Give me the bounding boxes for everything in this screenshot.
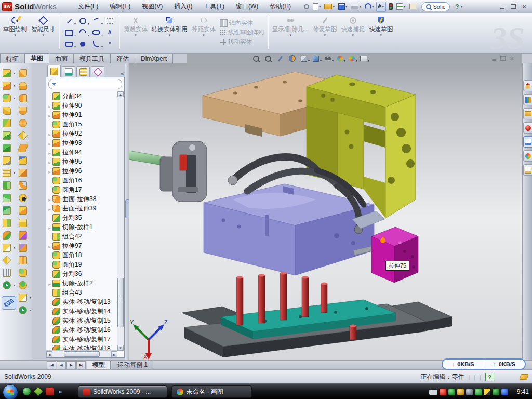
command-button[interactable]: 修复草图 ▾ [311,14,339,51]
smart-fastener[interactable] [2,243,15,252]
propertymanager-tab[interactable] [62,66,75,77]
home[interactable] [523,80,532,91]
menu-item[interactable]: 文件(F) [73,1,103,12]
swept-boss[interactable] [2,106,15,115]
view-settings[interactable] [358,54,369,63]
feature-tree-item[interactable]: 拉伸90 [47,101,117,110]
dimxpertmanager-tab[interactable] [91,66,104,77]
command-button[interactable]: 草图绘制 ▾ [1,14,29,51]
extend-surface[interactable] [18,231,31,240]
delete-face[interactable] [18,193,31,203]
scroll-down-icon[interactable]: ▼ [117,345,124,351]
graphics-area[interactable]: Y Z X 拉伸75 [129,63,522,360]
command-row[interactable]: 线性草图阵列 [220,29,264,36]
sk-select-rect[interactable] [103,16,116,27]
select-button[interactable]: ▾ [376,2,386,12]
surface-sweep[interactable] [18,156,31,165]
pin-button[interactable] [303,2,310,11]
panel-more-button[interactable]: » [121,71,124,77]
sk-circle[interactable] [76,16,89,27]
save-button[interactable]: ▾ [337,2,349,11]
update-badge[interactable] [457,389,464,395]
command-button[interactable]: 剪裁实体 ▾ [122,14,150,51]
feature-tree-item[interactable]: 分割35 [47,213,117,222]
measure-button[interactable] [2,296,16,310]
command-tab[interactable]: DimXpert [135,54,173,63]
comment-button[interactable] [408,2,417,11]
expand-arrow-icon[interactable] [47,148,52,157]
spiral[interactable] [18,305,31,315]
model-tab[interactable]: 模型 [87,361,111,370]
command-button[interactable]: 智能尺寸 ▾ [29,14,57,51]
expand-arrow-icon[interactable] [47,129,52,138]
fillet[interactable] [2,94,15,103]
restore-button[interactable] [509,3,518,10]
feature-tree-item[interactable]: 分割34 [47,91,117,101]
sk-text[interactable]: A [103,27,116,38]
expand-arrow-icon[interactable] [47,241,52,250]
sk-slot[interactable] [62,38,76,50]
wrap[interactable] [2,156,15,165]
antivirus[interactable] [440,389,446,395]
expand-arrow-icon[interactable] [47,278,52,288]
command-row[interactable]: 镜向实体 [220,19,264,27]
command-tab[interactable]: 特征 [0,54,25,63]
draft[interactable] [2,143,15,153]
feature-tree-item[interactable]: 圆角19 [47,260,117,269]
zoom-selected[interactable] [275,54,285,63]
quick-launch-expand[interactable]: » [58,388,62,395]
sweep-surface[interactable] [18,94,31,103]
feature-tree-item[interactable]: 分割36 [47,269,117,278]
zoom-fit[interactable] [251,54,261,63]
sk-line[interactable] [62,16,76,27]
trim-surface[interactable] [18,243,31,252]
doc-close-button[interactable]: × [510,55,514,62]
feature-tree-item[interactable]: 实体-移动/复制17 [47,335,117,344]
sk-arc[interactable] [76,27,89,38]
linear-pattern[interactable] [2,168,15,178]
feature-tree-item[interactable]: 实体-移动/复制14 [47,307,117,316]
command-tab[interactable]: 模具工具 [73,54,111,63]
tree-filter-input[interactable] [48,79,122,89]
doc-restore-button[interactable] [500,55,506,62]
menu-item[interactable]: 插入(I) [169,1,197,12]
tree-vertical-scrollbar[interactable]: ▲ ▼ [117,91,124,351]
taskbar-task[interactable]: SolidWorks 2009 - ... [78,385,167,398]
elbow[interactable] [18,181,31,190]
surface-fillet[interactable] [18,268,31,277]
alert[interactable] [484,389,490,395]
search-input[interactable]: Solic [433,4,446,10]
status-help-button[interactable]: ? [485,373,494,381]
close-button[interactable]: × [520,3,529,10]
thicken[interactable] [18,168,31,178]
sk-fillet[interactable] [89,38,103,50]
rib[interactable] [2,181,15,190]
feature-tree-item[interactable]: 实体-移动/复制15 [47,316,117,325]
feature-tree-item[interactable]: 拉伸93 [47,138,117,148]
command-tab[interactable]: 评估 [110,54,135,63]
move-copy-body[interactable] [2,231,15,240]
feature-tree-item[interactable]: 圆角17 [47,185,117,194]
command-button[interactable]: 快速捕捉 ▾ [339,14,367,51]
feature-tree-item[interactable]: 切除-放样1 [47,222,117,232]
boundary-boss[interactable] [2,131,15,140]
scroll-up-icon[interactable]: ▲ [117,91,124,97]
scroll-left-icon[interactable]: ◀ [46,351,52,357]
expand-arrow-icon[interactable] [47,222,52,232]
menu-item[interactable]: 编辑(E) [105,1,135,12]
featuremanager-tab[interactable] [47,65,61,77]
open-file-button[interactable]: ▾ [323,2,336,11]
expand-arrow-icon[interactable] [47,204,52,213]
section-view[interactable] [287,54,297,63]
command-tab[interactable]: 草图 [24,53,49,63]
feature-tree-item[interactable]: 拉伸95 [47,157,117,166]
feature-tree-item[interactable]: 拉伸91 [47,110,117,119]
menu-item[interactable]: 工具(T) [200,1,229,12]
keyboard-indicator[interactable] [429,390,437,395]
sk-point[interactable]: * [103,38,116,50]
feature-tree-item[interactable]: 拉伸94 [47,148,117,157]
feature-tree-item[interactable]: 实体-移动/复制13 [47,297,117,307]
revolve-surface[interactable] [18,81,31,90]
sk-spline[interactable] [89,16,103,27]
command-button[interactable]: 显示/删除几... ▾ [270,14,311,51]
